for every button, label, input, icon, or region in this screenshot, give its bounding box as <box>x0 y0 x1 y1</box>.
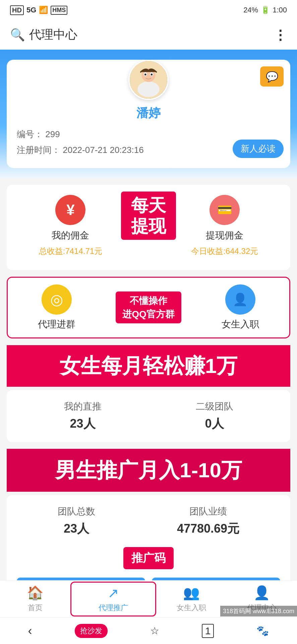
message-icon: 💬 <box>266 71 278 83</box>
back-button[interactable]: ‹ <box>28 624 32 638</box>
bottom-stats-row: 团队总数 23人 团队业绩 47780.69元 <box>17 505 280 537</box>
girl-join-item: 👤 女生入职 <box>222 284 259 331</box>
time-label: 1:00 <box>273 6 287 14</box>
status-right: 24% 🔋 1:00 <box>243 6 287 14</box>
team-stats-1: 我的直推 23人 二级团队 0人 <box>7 390 290 442</box>
nav-item-agent[interactable]: ↗ 代理推广 <box>70 582 156 616</box>
commission-card: 每天提现 ¥ 我的佣金 总收益:7414.71元 💳 提现佣金 今日收益:644 <box>7 185 290 270</box>
menu-icon[interactable]: 1 <box>202 624 214 638</box>
agent-group-label: 代理进群 <box>38 318 75 331</box>
nav-left: 🔍 代理中心 <box>10 26 77 43</box>
add-user-icon-circle[interactable]: 👤 <box>225 284 255 315</box>
my-commission-item: ¥ 我的佣金 总收益:7414.71元 <box>39 195 102 257</box>
page-title: 代理中心 <box>29 26 77 43</box>
today-earnings: 今日收益:644.32元 <box>191 246 258 257</box>
home-label: 首页 <box>28 603 43 613</box>
team-total-stat: 团队总数 23人 <box>58 505 95 537</box>
top-nav: 🔍 代理中心 ⋮ <box>0 20 297 50</box>
status-signal: HD 5G 📶 HMS <box>10 5 67 15</box>
girls-label: 女生入职 <box>177 603 206 613</box>
secondary-team-label: 二级团队 <box>196 400 233 413</box>
search-icon[interactable]: 🔍 <box>10 28 25 42</box>
banner-men-text: 男生推广月入1-10万 <box>55 459 242 482</box>
hms-label: HMS <box>51 6 67 15</box>
direct-push-label: 我的直推 <box>64 400 102 413</box>
chat-bubble-button[interactable]: 抢沙发 <box>75 624 108 638</box>
battery-label: 24% <box>243 6 258 14</box>
daily-withdraw-promo: 每天提现 <box>121 192 176 240</box>
nav-item-home[interactable]: 🏠 首页 <box>0 582 70 616</box>
share-icon: ◎ <box>50 291 63 308</box>
team-total-label: 团队总数 <box>58 505 95 518</box>
svg-point-7 <box>151 73 153 75</box>
add-user-icon: 👤 <box>233 292 248 307</box>
banner-girls-text: 女生每月轻松赚1万 <box>60 354 237 377</box>
nav-item-girls[interactable]: 👥 女生入职 <box>156 582 227 616</box>
agent-center-icon: 👤 <box>253 585 270 601</box>
main-content: 每天提现 ¥ 我的佣金 总收益:7414.71元 💳 提现佣金 今日收益:644 <box>0 178 297 644</box>
card-icon[interactable]: 💳 <box>210 195 240 225</box>
message-button[interactable]: 💬 <box>260 66 284 87</box>
svg-point-2 <box>137 82 159 97</box>
header-bg: 潘婷 编号： 299 注册时间： 2022-07-21 20:23:16 💬 新… <box>0 50 297 178</box>
withdraw-label: 提现佣金 <box>206 229 243 242</box>
id-label: 编号： <box>17 129 43 139</box>
new-user-button[interactable]: 新人必读 <box>233 140 284 158</box>
promo-code-badge[interactable]: 推广码 <box>123 547 174 569</box>
battery-icon: 🔋 <box>261 6 270 14</box>
share-icon-circle[interactable]: ◎ <box>42 284 72 315</box>
home-icon: 🏠 <box>27 585 44 601</box>
girls-icon: 👥 <box>183 585 200 601</box>
agent-icon: ↗ <box>108 585 119 601</box>
star-icon[interactable]: ☆ <box>150 625 159 637</box>
hd-label: HD <box>10 5 24 15</box>
girl-join-label: 女生入职 <box>222 318 259 331</box>
agent-group-item: ◎ 代理进群 <box>38 284 75 331</box>
banner-girls-earn: 女生每月轻松赚1万 <box>7 345 290 387</box>
direct-push-stat: 我的直推 23人 <box>64 400 102 432</box>
direct-push-value: 23人 <box>70 416 95 432</box>
action-row: ◎ 代理进群 不懂操作进QQ官方群 👤 女生入职 <box>18 284 279 331</box>
my-commission-label: 我的佣金 <box>52 229 89 242</box>
total-earnings: 总收益:7414.71元 <box>39 246 102 257</box>
stats-row-1: 我的直推 23人 二级团队 0人 <box>17 400 280 432</box>
secondary-team-stat: 二级团队 0人 <box>196 400 233 432</box>
secondary-team-value: 0人 <box>205 416 224 432</box>
paw-icon[interactable]: 🐾 <box>256 625 269 637</box>
team-perf-value: 47780.69元 <box>177 521 239 537</box>
register-value: 2022-07-21 20:23:16 <box>63 145 143 155</box>
user-name: 潘婷 <box>17 105 280 121</box>
action-card: ◎ 代理进群 不懂操作进QQ官方群 👤 女生入职 <box>7 277 290 338</box>
system-bar: ‹ 抢沙发 ☆ 1 🐾 <box>0 617 297 644</box>
id-value: 299 <box>45 129 60 139</box>
team-performance-stat: 团队业绩 47780.69元 <box>177 505 239 537</box>
qq-promo-text[interactable]: 不懂操作进QQ官方群 <box>116 291 181 323</box>
watermark: 318首码网 www.E318.com <box>220 606 297 616</box>
team-perf-label: 团队业绩 <box>189 505 227 518</box>
avatar <box>128 60 169 100</box>
svg-point-6 <box>144 73 146 75</box>
yuan-icon[interactable]: ¥ <box>55 195 85 225</box>
profile-card: 潘婷 编号： 299 注册时间： 2022-07-21 20:23:16 💬 新… <box>7 60 290 168</box>
withdraw-commission-item: 💳 提现佣金 今日收益:644.32元 <box>191 195 258 257</box>
avatar-wrap <box>17 60 280 100</box>
agent-label: 代理推广 <box>99 603 128 613</box>
more-icon[interactable]: ⋮ <box>274 27 287 43</box>
status-bar: HD 5G 📶 HMS 24% 🔋 1:00 <box>0 0 297 20</box>
banner-men-earn: 男生推广月入1-10万 <box>7 449 290 492</box>
register-label: 注册时间： <box>17 145 60 155</box>
team-total-value: 23人 <box>64 521 89 537</box>
avatar-image <box>130 61 167 99</box>
network-icon: 5G <box>26 6 36 14</box>
signal-bars: 📶 <box>39 6 48 14</box>
